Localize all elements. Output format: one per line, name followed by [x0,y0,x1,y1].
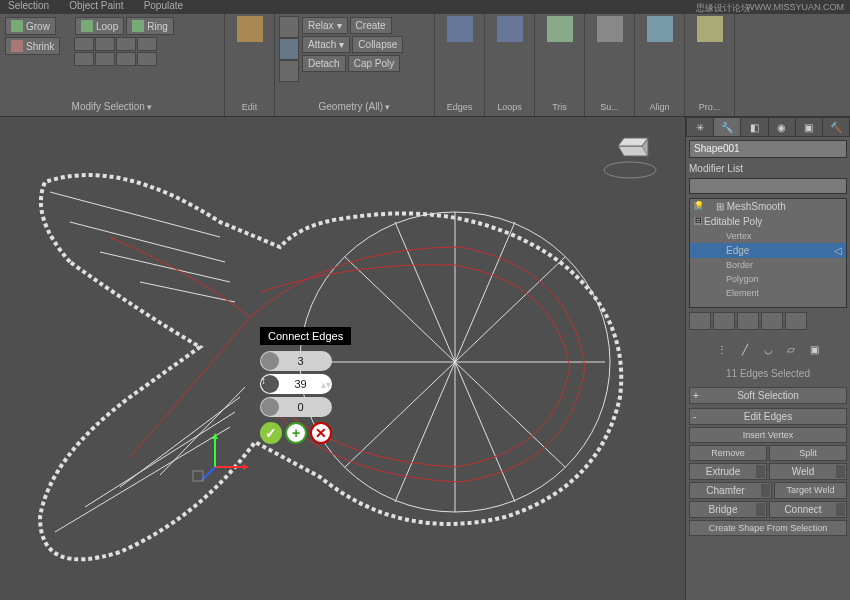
geom-tool3[interactable] [279,60,299,82]
watermark-cn: 思缘设计论坛 [696,2,750,15]
stack-vertex[interactable]: Vertex [690,229,846,243]
modifier-list-label: Modifier List [689,163,847,174]
loop-next-button[interactable] [95,37,115,51]
shrink-button[interactable]: Shrink [5,37,60,55]
properties-icon[interactable] [697,16,723,42]
bridge-settings-icon[interactable] [756,503,765,516]
ring-prev-button[interactable] [116,37,136,51]
modify-tab[interactable]: 🔧 [714,118,740,136]
split-button[interactable]: Split [769,445,847,461]
stack-edge[interactable]: Edge◁ [690,243,846,258]
edit-icon[interactable] [237,16,263,42]
modifier-list-dropdown[interactable] [689,178,847,194]
pinch-spinner[interactable]: ↕39▴▾ [260,374,332,394]
display-tab[interactable]: ▣ [796,118,822,136]
bridge-button[interactable]: Bridge [689,501,767,518]
tris-icon[interactable] [547,16,573,42]
relax-button[interactable]: Relax ▾ [302,17,348,34]
element-mode-icon[interactable]: ▣ [804,340,824,358]
extrude-settings-icon[interactable] [756,465,765,478]
subobject-icons: ⋮ ╱ ◡ ▱ ▣ [689,338,847,360]
slide-spinner[interactable]: 0▴▾ [260,397,332,417]
svg-line-3 [140,282,235,302]
polygon-mode-icon[interactable]: ▱ [781,340,801,358]
insert-vertex-button[interactable]: Insert Vertex [689,427,847,443]
stack-border[interactable]: Border [690,258,846,272]
command-panel-tabs: ✳ 🔧 ◧ ◉ ▣ 🔨 [686,117,850,137]
tab-selection[interactable]: Selection [8,0,49,14]
weld-settings-icon[interactable] [836,465,845,478]
svg-point-21 [604,162,656,178]
weld-button[interactable]: Weld [769,463,847,480]
vertex-mode-icon[interactable]: ⋮ [712,340,732,358]
geom-tool2[interactable] [279,38,299,60]
svg-line-2 [100,252,230,282]
grow-button[interactable]: Grow [5,17,56,35]
sel-btn3[interactable] [116,52,136,66]
svg-line-0 [50,192,220,237]
remove-modifier-button[interactable] [761,312,783,330]
motion-tab[interactable]: ◉ [769,118,795,136]
loop-prev-button[interactable] [74,37,94,51]
expand-icon[interactable]: ⊟ [694,217,702,225]
apply-plus-button[interactable]: + [285,422,307,444]
subd-icon[interactable] [597,16,623,42]
target-weld-button[interactable]: Target Weld [774,482,847,499]
connect-edges-popup: Connect Edges 3▴▾ ↕39▴▾ 0▴▾ ✓ + ✕ [260,327,351,444]
svg-marker-16 [243,464,249,470]
object-name-field[interactable]: Shape001 [689,140,847,158]
apply-ok-button[interactable]: ✓ [260,422,282,444]
tab-object-paint[interactable]: Object Paint [69,0,123,14]
connect-settings-icon[interactable] [836,503,845,516]
remove-button[interactable]: Remove [689,445,767,461]
show-end-result-button[interactable] [713,312,735,330]
connect-button[interactable]: Connect [769,501,847,518]
cap-poly-button[interactable]: Cap Poly [348,55,401,72]
ring-next-button[interactable] [137,37,157,51]
attach-button[interactable]: Attach ▾ [302,36,350,53]
pin-stack-button[interactable] [689,312,711,330]
segments-spinner[interactable]: 3▴▾ [260,351,332,371]
stack-meshsmooth[interactable]: 💡⊞ MeshSmooth [690,199,846,214]
lightbulb-icon[interactable]: 💡 [694,202,702,210]
edge-mode-icon[interactable]: ╱ [735,340,755,358]
border-mode-icon[interactable]: ◡ [758,340,778,358]
ribbon: Grow Shrink Loop Ring Modify Selection ▾… [0,14,850,117]
chamfer-settings-icon[interactable] [761,484,770,497]
stack-element[interactable]: Element [690,286,846,300]
tab-populate[interactable]: Populate [144,0,183,14]
sel-btn4[interactable] [137,52,157,66]
ring-button[interactable]: Ring [126,17,174,35]
create-button[interactable]: Create [350,17,392,34]
loop-button[interactable]: Loop [75,17,124,35]
cancel-button[interactable]: ✕ [310,422,332,444]
create-tab[interactable]: ✳ [687,118,713,136]
sel-btn2[interactable] [95,52,115,66]
stack-editable-poly[interactable]: ⊟Editable Poly [690,214,846,229]
make-unique-button[interactable] [737,312,759,330]
extrude-button[interactable]: Extrude [689,463,767,480]
soft-selection-rollout[interactable]: +Soft Selection [689,387,847,404]
loops-icon[interactable] [497,16,523,42]
collapse-button[interactable]: Collapse [352,36,403,53]
watermark-url: WWW.MISSYUAN.COM [746,2,844,12]
edit-edges-rollout[interactable]: -Edit Edges [689,408,847,425]
sel-btn1[interactable] [74,52,94,66]
modifier-stack[interactable]: 💡⊞ MeshSmooth ⊟Editable Poly Vertex Edge… [689,198,847,308]
geom-tool1[interactable] [279,16,299,38]
geometry-all-label: Geometry (All) ▾ [279,101,430,114]
configure-sets-button[interactable] [785,312,807,330]
hierarchy-tab[interactable]: ◧ [741,118,767,136]
chamfer-button[interactable]: Chamfer [689,482,772,499]
edges-icon[interactable] [447,16,473,42]
utilities-tab[interactable]: 🔨 [823,118,849,136]
create-shape-button[interactable]: Create Shape From Selection [689,520,847,536]
view-cube[interactable] [600,132,660,182]
stack-polygon[interactable]: Polygon [690,272,846,286]
viewport[interactable]: Connect Edges 3▴▾ ↕39▴▾ 0▴▾ ✓ + ✕ [0,117,685,600]
transform-gizmo[interactable] [193,433,249,481]
selection-info: 11 Edges Selected [686,362,850,385]
detach-button[interactable]: Detach [302,55,346,72]
align-icon[interactable] [647,16,673,42]
modify-panel: ✳ 🔧 ◧ ◉ ▣ 🔨 Shape001 Modifier List 💡⊞ Me… [685,117,850,600]
